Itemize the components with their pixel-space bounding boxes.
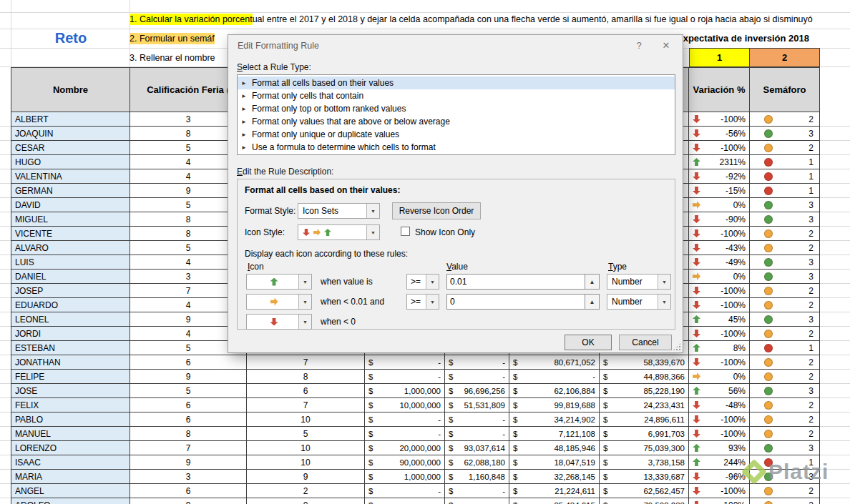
- cell-nombre[interactable]: CESAR: [11, 141, 130, 155]
- cell-inversion[interactable]: $10,000,000: [365, 398, 445, 412]
- operator-select-1[interactable]: >= ▼: [406, 274, 439, 290]
- cell-inversion[interactable]: $80,671,052: [509, 355, 600, 370]
- cell-semaforo[interactable]: 2: [750, 355, 820, 370]
- cell-semaforo[interactable]: 2: [750, 298, 820, 312]
- cell-inversion[interactable]: $-: [365, 484, 445, 498]
- rule-type-option[interactable]: ►Format only unique or duplicate values: [238, 128, 675, 141]
- ok-button[interactable]: OK: [565, 335, 612, 350]
- cell-nombre[interactable]: JOSE: [11, 384, 130, 398]
- cell-nombre[interactable]: FELIX: [11, 398, 130, 412]
- cell-nombre[interactable]: ANGEL: [11, 484, 130, 498]
- cell-semaforo[interactable]: 2: [750, 498, 820, 504]
- cell-nombre[interactable]: MARIA: [11, 470, 130, 484]
- type-select-1[interactable]: Number ▼: [607, 274, 671, 290]
- cell-nombre[interactable]: HUGO: [11, 155, 130, 169]
- cell-variacion[interactable]: 2311%: [689, 155, 750, 169]
- cell-variacion[interactable]: -56%: [689, 127, 750, 141]
- cell-variacion[interactable]: 56%: [689, 384, 750, 398]
- cell-inversion[interactable]: $-: [509, 370, 600, 384]
- cell-inversion[interactable]: $-: [365, 412, 445, 427]
- cell-calificacion-2[interactable]: 10: [247, 441, 365, 455]
- cell-variacion[interactable]: -100%: [689, 498, 750, 504]
- collapse-dialog-icon[interactable]: ▲: [585, 295, 599, 309]
- chevron-down-icon[interactable]: ▼: [366, 225, 379, 239]
- cell-variacion[interactable]: -48%: [689, 398, 750, 412]
- cell-inversion[interactable]: $1,000,000: [365, 384, 445, 398]
- cell-inversion[interactable]: $-: [445, 498, 509, 504]
- cell-semaforo[interactable]: 1: [750, 184, 820, 198]
- cell-nombre[interactable]: LUIS: [11, 255, 130, 270]
- cell-semaforo[interactable]: 2: [750, 327, 820, 341]
- rule-type-option[interactable]: ►Use a formula to determine which cells …: [238, 141, 675, 154]
- cell-semaforo[interactable]: 3: [750, 255, 820, 270]
- cell-semaforo[interactable]: 2: [750, 412, 820, 427]
- cell-variacion[interactable]: -100%: [689, 355, 750, 370]
- cell-nombre[interactable]: LORENZO: [11, 441, 130, 455]
- cancel-button[interactable]: Cancel: [619, 335, 672, 350]
- cell-variacion[interactable]: -92%: [689, 169, 750, 184]
- resize-grip[interactable]: [673, 342, 681, 351]
- cell-inversion[interactable]: $-: [445, 370, 509, 384]
- cell-semaforo[interactable]: 3: [750, 312, 820, 327]
- show-icon-only-checkbox[interactable]: [401, 227, 410, 236]
- cell-inversion[interactable]: $1,000,000: [365, 470, 445, 484]
- header-semaforo[interactable]: Semáforo: [750, 67, 820, 112]
- cell-inversion[interactable]: $62,088,180: [445, 455, 509, 470]
- cell-semaforo[interactable]: 2: [750, 112, 820, 127]
- collapse-dialog-icon[interactable]: ▲: [585, 275, 599, 289]
- rule-type-option[interactable]: ►Format only top or bottom ranked values: [238, 102, 675, 115]
- cell-nombre[interactable]: ADOLFO: [11, 498, 130, 504]
- cell-calificacion-2[interactable]: 0: [247, 498, 365, 504]
- cell-inversion[interactable]: $85,228,190: [600, 384, 689, 398]
- cell-calificacion-1[interactable]: 9: [130, 370, 247, 384]
- cell-calificacion-1[interactable]: 6: [130, 412, 247, 427]
- cell-calificacion-1[interactable]: 5: [130, 384, 247, 398]
- cell-inversion[interactable]: $32,268,145: [509, 470, 600, 484]
- cell-calificacion-1[interactable]: 6: [130, 398, 247, 412]
- cell-inversion[interactable]: $-: [445, 355, 509, 370]
- cell-semaforo[interactable]: 3: [750, 127, 820, 141]
- operator-select-2[interactable]: >= ▼: [406, 294, 439, 310]
- cell-inversion[interactable]: $21,224,611: [509, 484, 600, 498]
- value-input-1[interactable]: [447, 275, 585, 289]
- cell-variacion[interactable]: -100%: [689, 327, 750, 341]
- cell-variacion[interactable]: 0%: [689, 370, 750, 384]
- cell-inversion[interactable]: $93,037,614: [445, 441, 509, 455]
- cell-inversion[interactable]: $7,121,108: [509, 427, 600, 441]
- cell-inversion[interactable]: $44,898,366: [600, 370, 689, 384]
- cell-calificacion-2[interactable]: 10: [247, 412, 365, 427]
- cell-semaforo[interactable]: 3: [750, 270, 820, 284]
- cell-calificacion-1[interactable]: 7: [130, 441, 247, 455]
- cell-nombre[interactable]: VALENTINA: [11, 169, 130, 184]
- cell-inversion[interactable]: $-: [365, 427, 445, 441]
- cell-inversion[interactable]: $6,991,703: [600, 427, 689, 441]
- cell-nombre[interactable]: LEONEL: [11, 312, 130, 327]
- cell-variacion[interactable]: -100%: [689, 112, 750, 127]
- cell-calificacion-1[interactable]: 9: [130, 498, 247, 504]
- cell-semaforo[interactable]: 2: [750, 284, 820, 298]
- cell-nombre[interactable]: ESTEBAN: [11, 341, 130, 355]
- cell-nombre[interactable]: JOAQUIN: [11, 127, 130, 141]
- cell-inversion[interactable]: $20,000,000: [365, 441, 445, 455]
- cell-nombre[interactable]: MANUEL: [11, 427, 130, 441]
- dialog-titlebar[interactable]: Edit Formatting Rule: [228, 35, 683, 56]
- cell-variacion[interactable]: 0%: [689, 198, 750, 212]
- cell-semaforo[interactable]: 2: [750, 141, 820, 155]
- cell-nombre[interactable]: DANIEL: [11, 270, 130, 284]
- cell-calificacion-2[interactable]: 8: [247, 370, 365, 384]
- cell-variacion[interactable]: -43%: [689, 241, 750, 255]
- cell-nombre[interactable]: JORDI: [11, 327, 130, 341]
- cell-semaforo[interactable]: 1: [750, 155, 820, 169]
- cell-nombre[interactable]: JOSEP: [11, 284, 130, 298]
- chevron-down-icon[interactable]: ▼: [298, 295, 311, 309]
- cell-variacion[interactable]: 0%: [689, 270, 750, 284]
- cell-inversion[interactable]: $48,185,946: [509, 441, 600, 455]
- cell-inversion[interactable]: $24,233,431: [600, 398, 689, 412]
- cell-nombre[interactable]: ALVARO: [11, 241, 130, 255]
- cell-variacion[interactable]: -100%: [689, 141, 750, 155]
- cell-semaforo[interactable]: 2: [750, 427, 820, 441]
- cell-nombre[interactable]: PABLO: [11, 412, 130, 427]
- icon-select-3[interactable]: ▼: [246, 314, 312, 330]
- cell-semaforo[interactable]: 3: [750, 212, 820, 227]
- cell-calificacion-2[interactable]: 10: [247, 455, 365, 470]
